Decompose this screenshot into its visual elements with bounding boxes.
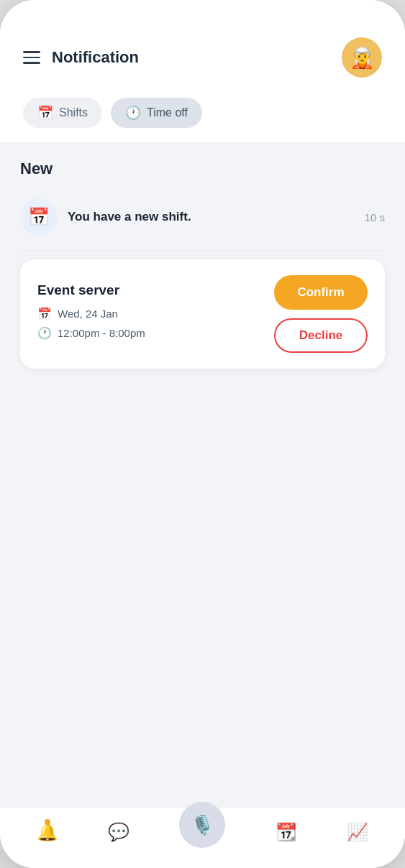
notification-text: You have a new shift. (68, 210, 191, 224)
notification-time: 10 s (365, 211, 385, 223)
content-area: New 📅 You have a new shift. 10 s Event s… (0, 142, 405, 807)
chart-icon: 📈 (347, 822, 368, 842)
header-left: Notification (23, 48, 139, 67)
notification-row: 📅 You have a new shift. 10 s (20, 193, 385, 247)
timeoff-tab-icon: 🕐 (125, 105, 141, 121)
card-date: 📅 Wed, 24 Jan (37, 307, 263, 320)
confirm-button[interactable]: Confirm (274, 275, 368, 310)
nav-notifications[interactable]: 🔔 (37, 822, 58, 842)
avatar[interactable]: 🧝 (342, 37, 382, 78)
notification-icon-circle: 📅 (20, 198, 58, 236)
card-title: Event server (37, 282, 263, 298)
mic-icon: 🎙️ (191, 814, 214, 836)
calendar-detail-icon: 📅 (37, 307, 52, 320)
nav-mic-center[interactable]: 🎙️ (179, 802, 225, 848)
card-actions: Confirm Decline (274, 275, 368, 353)
card-left: Event server 📅 Wed, 24 Jan 🕐 12:00pm - 8… (37, 282, 263, 346)
tab-timeoff[interactable]: 🕐 Time off (111, 98, 202, 128)
nav-calendar[interactable]: 📆 (276, 822, 297, 842)
nav-messages[interactable]: 💬 (108, 822, 129, 842)
bell-icon: 🔔 (37, 822, 58, 842)
header: Notification 🧝 (0, 0, 405, 92)
clock-detail-icon: 🕐 (37, 326, 52, 340)
shifts-tab-label: Shifts (59, 106, 88, 119)
card-date-text: Wed, 24 Jan (58, 308, 118, 320)
chat-icon: 💬 (108, 822, 129, 842)
bottom-nav: 🔔 💬 🎙️ 📆 📈 (0, 807, 405, 868)
shift-card: Event server 📅 Wed, 24 Jan 🕐 12:00pm - 8… (20, 259, 385, 369)
decline-button[interactable]: Decline (274, 318, 368, 353)
calendar-icon: 📅 (28, 207, 50, 227)
menu-button[interactable] (23, 51, 40, 64)
tabs-container: 📅 Shifts 🕐 Time off (0, 92, 405, 142)
section-title-new: New (20, 160, 385, 178)
tab-shifts[interactable]: 📅 Shifts (23, 98, 102, 128)
notification-left: 📅 You have a new shift. (20, 198, 191, 236)
shifts-tab-icon: 📅 (37, 105, 53, 121)
timeoff-tab-label: Time off (147, 106, 188, 119)
phone-frame: Notification 🧝 📅 Shifts 🕐 Time off New 📅… (0, 0, 405, 868)
card-time-text: 12:00pm - 8:00pm (58, 327, 145, 339)
page-title: Notification (52, 48, 139, 67)
notification-dot (45, 819, 50, 825)
divider (20, 250, 385, 251)
nav-chart[interactable]: 📈 (347, 822, 368, 842)
card-time: 🕐 12:00pm - 8:00pm (37, 326, 263, 340)
calendar-nav-icon: 📆 (276, 822, 297, 842)
